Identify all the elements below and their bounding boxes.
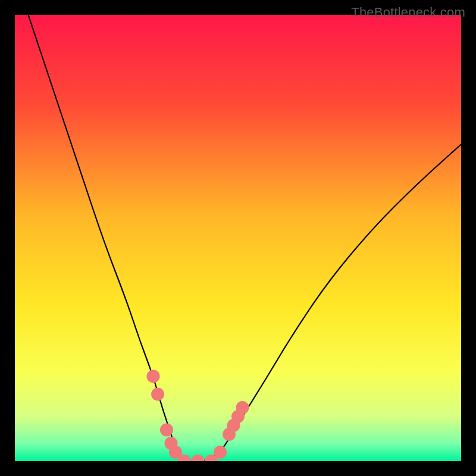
- marker-point: [236, 401, 249, 414]
- bottleneck-curve: [29, 15, 462, 461]
- marker-point: [214, 446, 227, 459]
- curve-layer: [15, 15, 461, 461]
- highlighted-points: [147, 370, 249, 462]
- watermark-text: TheBottleneck.com: [351, 5, 465, 20]
- marker-point: [147, 370, 160, 383]
- marker-point: [151, 388, 164, 401]
- chart-frame: TheBottleneck.com: [0, 0, 476, 476]
- plot-area: [15, 15, 461, 461]
- marker-point: [192, 455, 205, 461]
- marker-point: [160, 424, 173, 437]
